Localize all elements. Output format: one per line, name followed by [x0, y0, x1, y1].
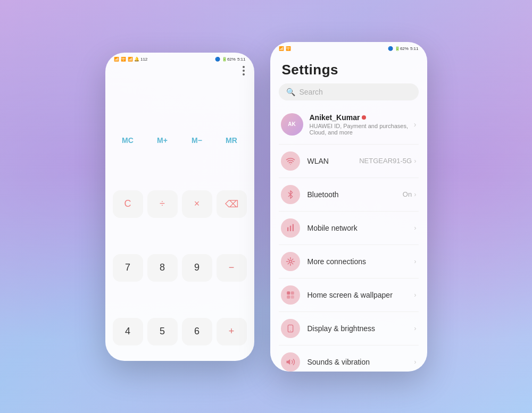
- wlan-chevron-icon: ›: [414, 157, 416, 165]
- calc-buttons-area: MC M+ M− MR C ÷ × ⌫ 7 8 9 − 4 5: [105, 122, 254, 361]
- btn-mc[interactable]: MC: [113, 127, 143, 154]
- btn-multiply[interactable]: ×: [182, 190, 212, 218]
- calculator-phone: 📶 🛜 📶 🔔 112 🔵 🔋62% 5:11 MC: [105, 53, 254, 361]
- phones-container: 📶 🛜 📶 🔔 112 🔵 🔋62% 5:11 MC: [0, 0, 532, 413]
- sounds-chevron-icon: ›: [414, 358, 416, 366]
- dot-2: [243, 70, 245, 72]
- btn-m-minus[interactable]: M−: [182, 127, 212, 154]
- calc-time: 5:11: [237, 57, 246, 62]
- calc-battery-icon: 🔋62%: [222, 57, 236, 62]
- btn-6[interactable]: 6: [182, 318, 212, 345]
- settings-signal-icon: 📶: [279, 46, 284, 51]
- btn-add[interactable]: +: [217, 318, 247, 345]
- user-info: Aniket_Kumar HUAWEI ID, Payment and purc…: [310, 113, 414, 136]
- calc-display: [105, 80, 254, 122]
- display-chevron-icon: ›: [414, 324, 416, 332]
- wlan-label: WLAN: [307, 157, 360, 165]
- sounds-label: Sounds & vibration: [307, 358, 414, 366]
- bluetooth-chevron-icon: ›: [414, 190, 416, 198]
- btn-8[interactable]: 8: [147, 254, 178, 282]
- svg-marker-10: [286, 359, 290, 365]
- more-connections-icon: [281, 252, 300, 271]
- btn-divide[interactable]: ÷: [147, 190, 178, 218]
- svg-rect-1: [289, 225, 290, 231]
- user-name-row: Aniket_Kumar: [310, 113, 414, 122]
- bluetooth-value: On: [403, 190, 412, 198]
- bluetooth-icon: [281, 185, 300, 204]
- user-name-text: Aniket_Kumar: [310, 113, 360, 122]
- avatar-initials: AK: [288, 121, 295, 127]
- svg-point-9: [290, 330, 290, 331]
- settings-item-wlan[interactable]: WLAN NETGEAR91-5G ›: [270, 145, 427, 178]
- calc-wifi-icon: 🛜: [121, 57, 126, 62]
- btn-7[interactable]: 7: [113, 254, 143, 282]
- btn-subtract[interactable]: −: [217, 254, 247, 282]
- calc-battery-text: 📶 🔔 112: [128, 57, 148, 62]
- user-status-dot: [362, 115, 366, 120]
- dot-3: [243, 73, 245, 75]
- settings-bt-icon: 🔵: [388, 46, 393, 51]
- settings-status-left: 📶 🛜: [279, 46, 291, 51]
- more-options-button[interactable]: [243, 66, 245, 75]
- settings-status-bar: 📶 🛜 🔵 🔋62% 5:11: [270, 42, 427, 53]
- btn-9[interactable]: 9: [182, 254, 212, 282]
- settings-item-home-screen[interactable]: Home screen & wallpaper ›: [270, 279, 427, 311]
- home-screen-label: Home screen & wallpaper: [307, 291, 414, 299]
- home-screen-icon: [281, 285, 300, 305]
- display-label: Display & brightness: [307, 324, 414, 333]
- calc-signal-icon: 📶: [114, 57, 119, 62]
- settings-content: Settings 🔍 Search AK Aniket_Kumar HUAWEI…: [270, 53, 427, 372]
- svg-rect-0: [287, 227, 288, 231]
- svg-rect-7: [290, 295, 294, 298]
- search-icon: 🔍: [286, 88, 295, 96]
- svg-rect-2: [292, 224, 293, 231]
- svg-rect-5: [290, 291, 294, 294]
- settings-phone: 📶 🛜 🔵 🔋62% 5:11 Settings 🔍 Search AK: [270, 42, 427, 372]
- svg-rect-6: [287, 295, 290, 298]
- btn-5[interactable]: 5: [147, 318, 178, 345]
- settings-wifi-icon: 🛜: [286, 46, 291, 51]
- calc-status-left: 📶 🛜 📶 🔔 112: [114, 57, 148, 62]
- wlan-icon: [281, 151, 300, 171]
- settings-time: 5:11: [410, 46, 419, 51]
- btn-backspace[interactable]: ⌫: [217, 190, 247, 218]
- mobile-network-label: Mobile network: [307, 224, 412, 232]
- settings-item-bluetooth[interactable]: Bluetooth On ›: [270, 178, 427, 211]
- mobile-network-icon: [281, 218, 300, 238]
- settings-item-display[interactable]: Display & brightness ›: [270, 312, 427, 345]
- user-subtitle: HUAWEI ID, Payment and purchases, Cloud,…: [310, 123, 414, 136]
- settings-title: Settings: [270, 53, 427, 83]
- svg-rect-8: [288, 325, 293, 332]
- calc-status-bar: 📶 🛜 📶 🔔 112 🔵 🔋62% 5:11: [105, 53, 254, 64]
- btn-clear[interactable]: C: [113, 190, 143, 218]
- wlan-value: NETGEAR91-5G: [359, 157, 412, 165]
- settings-battery-icon: 🔋62%: [395, 46, 409, 51]
- btn-4[interactable]: 4: [113, 318, 143, 345]
- calc-row-memory: MC M+ M− MR: [113, 127, 247, 186]
- user-avatar: AK: [281, 113, 303, 136]
- calc-menu-area: [105, 64, 254, 80]
- svg-point-3: [289, 260, 292, 263]
- search-bar[interactable]: 🔍 Search: [279, 83, 419, 100]
- sound-icon: [281, 352, 300, 372]
- dot-1: [243, 66, 245, 68]
- display-icon: [281, 319, 300, 338]
- home-screen-chevron-icon: ›: [414, 291, 416, 299]
- calc-status-right: 🔵 🔋62% 5:11: [215, 57, 246, 62]
- settings-item-more-connections[interactable]: More connections ›: [270, 245, 427, 278]
- settings-status-right: 🔵 🔋62% 5:11: [388, 46, 419, 51]
- settings-item-sounds[interactable]: Sounds & vibration ›: [270, 345, 427, 372]
- mobile-network-chevron-icon: ›: [414, 224, 416, 232]
- calc-row-456: 4 5 6 +: [113, 318, 247, 361]
- user-chevron-icon: ›: [414, 120, 417, 129]
- bluetooth-label: Bluetooth: [307, 190, 403, 199]
- btn-mr[interactable]: MR: [217, 127, 247, 154]
- user-profile[interactable]: AK Aniket_Kumar HUAWEI ID, Payment and p…: [270, 108, 427, 141]
- svg-rect-4: [287, 291, 290, 294]
- calc-row-789: 7 8 9 −: [113, 254, 247, 314]
- more-connections-label: More connections: [307, 257, 414, 266]
- settings-item-mobile-network[interactable]: Mobile network ›: [270, 212, 427, 245]
- more-connections-chevron-icon: ›: [414, 257, 416, 265]
- calc-row-ops: C ÷ × ⌫: [113, 190, 247, 250]
- btn-m-plus[interactable]: M+: [147, 127, 178, 154]
